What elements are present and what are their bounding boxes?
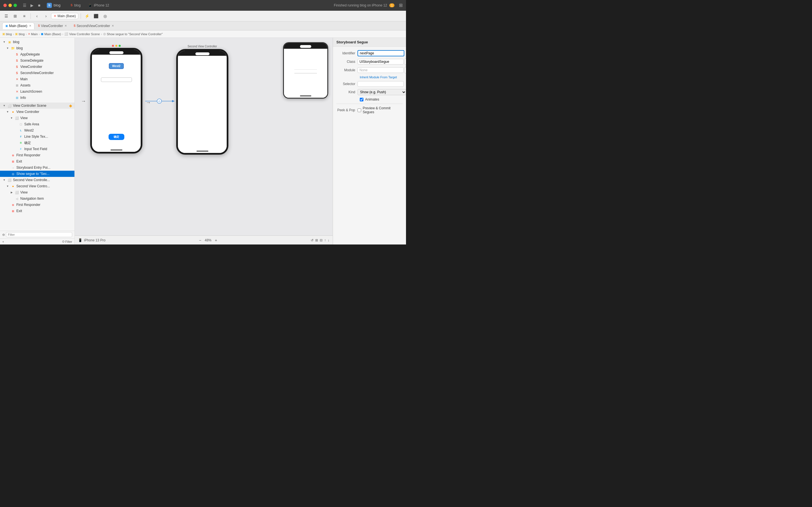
editor-tab-vc-close[interactable]: ✕	[64, 24, 67, 27]
animates-checkbox[interactable]	[360, 98, 363, 101]
inspector-toggle[interactable]: ⚡	[83, 12, 91, 20]
breadcrumb-blog2[interactable]: ▣ blog	[15, 32, 24, 36]
module-clear-button[interactable]: ✕	[404, 67, 406, 73]
editor-tab-viewcontroller[interactable]: S ViewController ✕	[35, 22, 70, 29]
breadcrumb-scene[interactable]: ⬜ View Controller Scene	[64, 32, 100, 36]
download-icon[interactable]: ↓	[327, 238, 329, 242]
close-button[interactable]	[3, 4, 7, 7]
refresh-icon[interactable]: ↺	[311, 238, 313, 242]
tree-toggle-blog-root[interactable]: ▼	[2, 40, 6, 44]
sidebar-toggle-button[interactable]: ☰	[21, 2, 28, 8]
zoom-out-button[interactable]: −	[199, 238, 201, 242]
sidebar-item-linestyle[interactable]: ▶ F Line Style Tex...	[0, 133, 74, 140]
tree-toggle-svc-scene[interactable]: ▼	[2, 178, 6, 182]
canvas-content[interactable]: West2 确定	[75, 38, 333, 235]
sidebar-item-launchscreen[interactable]: ▶ ✕ LaunchScreen	[0, 89, 74, 95]
class-input-group: ✕ ▼	[357, 59, 406, 65]
preview-line-1	[294, 69, 317, 70]
class-clear-button[interactable]: ✕	[404, 59, 406, 65]
sidebar-item-vc[interactable]: ▼ ● View Controller	[0, 109, 74, 115]
sidebar-item-svc-exit[interactable]: ▶ ⊠ Exit	[0, 208, 74, 214]
preview-footer	[284, 94, 327, 98]
add-item-button[interactable]: +	[2, 240, 4, 243]
sidebar-item-exit[interactable]: ▶ ⊠ Exit	[0, 158, 74, 165]
warning-badge[interactable]: 1	[389, 3, 395, 7]
sidebar-item-viewcontroller[interactable]: ▶ S ViewController	[0, 64, 74, 70]
sidebar-item-vcs[interactable]: ▼ ⬜ View Controller Scene ◆	[0, 103, 74, 109]
editor-tab-secondvc[interactable]: S SecondViewController ✕	[70, 22, 117, 29]
sidebar-item-firstresponder[interactable]: ▶ ⊕ First Responder	[0, 152, 74, 158]
sidebar-item-svc-scene[interactable]: ▼ ⬜ Second View Controlle...	[0, 177, 74, 183]
identifier-input[interactable]	[357, 50, 404, 56]
class-input[interactable]	[357, 59, 404, 64]
breadcrumb-blog[interactable]: ▣ blog	[2, 32, 12, 36]
tree-toggle-blog[interactable]: ▼	[6, 46, 10, 50]
editor-tab-svc-close[interactable]: ✕	[112, 24, 114, 27]
breadcrumb-main[interactable]: ✕ Main	[28, 33, 38, 36]
breakpoint-toggle[interactable]: ◎	[101, 12, 109, 20]
sidebar-item-safearea[interactable]: ▶ □ Safe Area	[0, 121, 74, 127]
align-icon[interactable]: ⊟	[320, 238, 322, 242]
sidebar-item-blog[interactable]: ▼ 📁 blog	[0, 45, 74, 51]
sidebar-item-svc-vc[interactable]: ▼ ● Second View Contro...	[0, 183, 74, 189]
editor-tab-main[interactable]: ▣ Main (Base) ✕	[2, 22, 35, 29]
layout-button[interactable]: ⊞	[11, 12, 19, 20]
inherit-module-link[interactable]: Inherit Module From Target	[360, 75, 403, 79]
tree-toggle-svc-view[interactable]: ▶	[10, 190, 13, 194]
phone1-label-bar	[90, 45, 142, 47]
sidebar-item-scenedelegate[interactable]: ▶ S SceneDelegate	[0, 57, 74, 64]
launchscreen-icon: ✕	[15, 89, 19, 94]
sidebar-item-info[interactable]: ▶ ⊞ Info	[0, 95, 74, 101]
selector-input[interactable]	[357, 81, 404, 87]
sidebar-item-view[interactable]: ▼ ⬜ View	[0, 115, 74, 121]
module-input[interactable]	[357, 67, 404, 73]
navigator-toggle-button[interactable]: ☰	[2, 12, 10, 20]
tree-toggle-vc[interactable]: ▼	[6, 110, 10, 114]
minimize-button[interactable]	[8, 4, 12, 7]
sidebar-item-svc-fr[interactable]: ▶ ⊕ First Responder	[0, 202, 74, 208]
back-button[interactable]: ‹	[33, 12, 41, 20]
sidebar-item-secondvc[interactable]: ▶ S SecondViewController	[0, 70, 74, 76]
sidebar-item-navitem[interactable]: ▶ ◁ Navigation Item	[0, 195, 74, 202]
scheme-selector[interactable]: b blog	[47, 3, 61, 8]
filter-button[interactable]: ⊙ Filter	[62, 240, 72, 243]
editor-tab-vc-label: ViewController	[41, 24, 63, 28]
canvas-bottom-center: − 48% +	[108, 238, 308, 242]
phone2-container: Second View Controller	[176, 45, 229, 155]
forward-button[interactable]: ›	[42, 12, 50, 20]
run-button[interactable]: ▶	[29, 2, 35, 8]
filter-input[interactable]	[6, 232, 72, 237]
sidebar-item-appdelegate[interactable]: ▶ S AppDelegate	[0, 51, 74, 57]
sidebar-label-firstresponder: First Responder	[16, 153, 40, 157]
stop-button[interactable]: ■	[36, 2, 42, 8]
tree-toggle-svc-vc[interactable]: ▼	[6, 184, 10, 188]
kind-select[interactable]: Show (e.g. Push) Show Detail (e.g. Repla…	[357, 89, 406, 95]
maximize-button[interactable]	[13, 4, 17, 7]
tab-iphone[interactable]: 📱 iPhone 12	[85, 1, 112, 9]
sidebar-item-blog-root[interactable]: ▼ ▣ blog	[0, 39, 74, 45]
preview-segues-checkbox[interactable]	[357, 108, 361, 112]
sidebar-item-segue[interactable]: ▶ ◎ Show segue to "Sec...	[0, 171, 74, 177]
debug-toggle[interactable]: ⬛	[92, 12, 100, 20]
tree-toggle-view[interactable]: ▼	[10, 116, 13, 120]
traffic-lights	[3, 4, 17, 7]
breadcrumb-mainbase[interactable]: ◼ Main (Base)	[41, 32, 61, 36]
grid-icon[interactable]: ⊞	[315, 238, 318, 242]
sidebar-item-west2[interactable]: ▶ L West2	[0, 127, 74, 133]
breadcrumb-segue[interactable]: ◎ Show segue to "Second View Controller"	[103, 32, 163, 36]
sidebar-item-assets[interactable]: ▶ ⊞ Assets	[0, 82, 74, 89]
share-icon[interactable]: ↑	[324, 238, 326, 242]
sidebar-item-svc-view[interactable]: ▶ ⬜ View	[0, 189, 74, 195]
tab-blog[interactable]: S blog	[67, 1, 84, 9]
editor-tab-main-close[interactable]: ✕	[29, 24, 31, 27]
sidebar-item-entry[interactable]: ▶ → Storyboard Entry Poi...	[0, 165, 74, 171]
tree-toggle-vcs[interactable]: ▼	[2, 104, 6, 108]
hierarchy-button[interactable]: ≡	[20, 12, 28, 20]
sidebar-item-confirm[interactable]: ▶ B 确定	[0, 140, 74, 146]
zoom-in-button[interactable]: +	[215, 238, 217, 242]
sidebar-item-main[interactable]: ▶ ✕ Main	[0, 76, 74, 82]
confirm-label: 确定	[114, 135, 119, 138]
sidebar-item-inputtextfield[interactable]: ▶ F Input Text Field	[0, 146, 74, 152]
layout-toggle-button[interactable]: ⊞	[399, 3, 403, 8]
scheme-label[interactable]: ✕ Main (Base)	[51, 13, 79, 19]
